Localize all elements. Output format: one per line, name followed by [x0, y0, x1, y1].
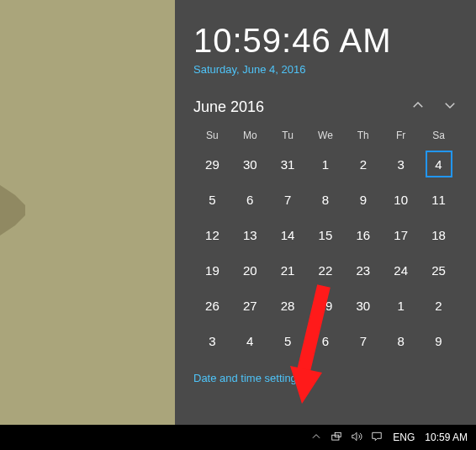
calendar-day[interactable]: 5	[193, 182, 231, 217]
calendar-day[interactable]: 18	[420, 217, 457, 252]
calendar-day[interactable]: 8	[382, 323, 420, 358]
current-time: 10:59:46 AM	[193, 22, 457, 60]
volume-icon[interactable]	[351, 431, 362, 445]
calendar-day[interactable]: 24	[382, 252, 420, 288]
prev-month-button[interactable]	[410, 98, 426, 116]
desktop-background-shape	[0, 185, 25, 236]
calendar-day[interactable]: 9	[420, 323, 457, 358]
current-date[interactable]: Saturday, June 4, 2016	[193, 63, 457, 76]
calendar-day[interactable]: 7	[344, 323, 382, 358]
calendar-day[interactable]: 29	[193, 146, 231, 182]
taskbar-clock[interactable]: 10:59 AM	[425, 431, 468, 443]
clock-calendar-flyout: 10:59:46 AM Saturday, June 4, 2016 June …	[175, 0, 476, 425]
calendar-day[interactable]: 14	[269, 217, 307, 252]
calendar-day[interactable]: 30	[344, 288, 382, 323]
calendar-day[interactable]: 11	[420, 182, 457, 217]
calendar-day[interactable]: 29	[307, 288, 345, 323]
calendar-day[interactable]: 23	[344, 252, 382, 288]
system-tray	[310, 431, 383, 445]
language-indicator[interactable]: ENG	[393, 431, 415, 443]
chevron-up-icon	[310, 431, 322, 442]
calendar-day[interactable]: 1	[307, 146, 345, 182]
calendar-day[interactable]: 5	[269, 323, 307, 358]
calendar-day[interactable]: 8	[307, 182, 345, 217]
taskbar: ENG 10:59 AM	[0, 425, 476, 450]
weekday-header: Mo	[231, 124, 269, 146]
speaker-icon	[351, 431, 362, 442]
weekday-header: Tu	[269, 124, 307, 146]
calendar-day[interactable]: 28	[269, 288, 307, 323]
calendar-day[interactable]: 25	[420, 252, 457, 288]
calendar-day[interactable]: 2	[344, 146, 382, 182]
calendar-day[interactable]: 15	[307, 217, 345, 252]
calendar-day[interactable]: 1	[382, 288, 420, 323]
calendar-day[interactable]: 2	[420, 288, 457, 323]
calendar-day[interactable]: 9	[344, 182, 382, 217]
calendar-day[interactable]: 6	[231, 182, 269, 217]
calendar-day[interactable]: 3	[382, 146, 420, 182]
calendar-day[interactable]: 16	[344, 217, 382, 252]
calendar-day[interactable]: 27	[231, 288, 269, 323]
month-year-label[interactable]: June 2016	[193, 98, 264, 116]
calendar-day[interactable]: 21	[269, 252, 307, 288]
svg-rect-1	[332, 435, 339, 440]
notification-icon	[371, 431, 383, 442]
date-time-settings-link[interactable]: Date and time settings	[193, 372, 302, 384]
weekday-header: Sa	[420, 124, 457, 146]
weekday-header: We	[307, 124, 345, 146]
chevron-down-icon	[442, 98, 457, 113]
calendar-day[interactable]: 20	[231, 252, 269, 288]
weekday-header: Th	[344, 124, 382, 146]
calendar-day[interactable]: 31	[269, 146, 307, 182]
calendar-day[interactable]: 22	[307, 252, 345, 288]
weekday-header: Su	[193, 124, 231, 146]
calendar-day[interactable]: 4	[231, 323, 269, 358]
calendar-day[interactable]: 3	[193, 323, 231, 358]
calendar-day[interactable]: 7	[269, 182, 307, 217]
next-month-button[interactable]	[442, 98, 457, 116]
action-center-icon[interactable]	[371, 431, 383, 445]
calendar-day[interactable]: 12	[193, 217, 231, 252]
chevron-up-icon	[410, 98, 426, 113]
calendar-day[interactable]: 13	[231, 217, 269, 252]
calendar-grid: SuMoTuWeThFrSa 2930311234567891011121314…	[193, 124, 457, 358]
calendar-day[interactable]: 17	[382, 217, 420, 252]
network-icon[interactable]	[331, 431, 342, 445]
tray-overflow-button[interactable]	[310, 431, 322, 445]
network-icon	[331, 431, 342, 442]
weekday-header: Fr	[382, 124, 420, 146]
calendar-day[interactable]: 6	[307, 323, 345, 358]
calendar-day[interactable]: 19	[193, 252, 231, 288]
calendar-day[interactable]: 30	[231, 146, 269, 182]
svg-marker-3	[352, 432, 357, 440]
calendar-day[interactable]: 4	[420, 146, 457, 182]
calendar-day[interactable]: 10	[382, 182, 420, 217]
calendar-day[interactable]: 26	[193, 288, 231, 323]
